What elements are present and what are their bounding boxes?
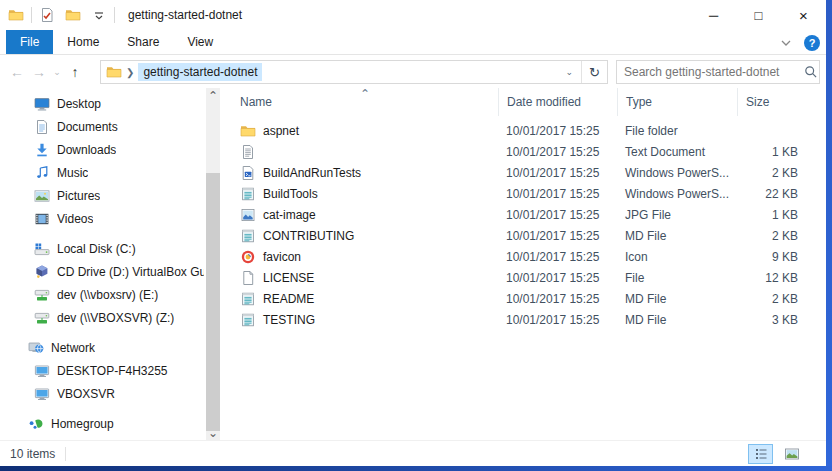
- file-size: 1 KB: [737, 145, 810, 159]
- notebook-icon: [240, 186, 256, 202]
- sidebar-item-dev-vboxsrv-e[interactable]: dev (\\vboxsrv) (E:): [0, 283, 204, 306]
- file-name: LICENSE: [263, 271, 314, 285]
- minimize-button[interactable]: ─: [691, 0, 736, 30]
- computer-icon: [34, 386, 50, 402]
- file-row-contributing[interactable]: CONTRIBUTING10/01/2017 15:25MD File2 KB: [230, 225, 826, 246]
- address-dropdown-chevron-icon[interactable]: ⌄: [557, 67, 581, 77]
- sidebar-item-music[interactable]: Music: [0, 161, 204, 184]
- file-size: 22 KB: [737, 187, 810, 201]
- titlebar-divider: [114, 7, 115, 23]
- up-button[interactable]: ↑: [64, 61, 86, 83]
- file-date-modified: 10/01/2017 15:25: [498, 292, 617, 306]
- properties-icon[interactable]: [39, 7, 55, 23]
- sidebar-scrollbar[interactable]: ⌃ ⌄: [206, 88, 220, 440]
- file-type: Windows PowerS...: [617, 187, 737, 201]
- file-size: 12 KB: [737, 271, 810, 285]
- file-type: Text Document: [617, 145, 737, 159]
- sidebar-item-network[interactable]: Network: [0, 336, 204, 359]
- new-folder-icon[interactable]: [65, 7, 81, 23]
- window-controls: ─ □ ×: [691, 0, 826, 30]
- file-name: README: [263, 292, 314, 306]
- sidebar-item-videos[interactable]: Videos: [0, 207, 204, 230]
- file-row-cat-image[interactable]: cat-image10/01/2017 15:25JPG File1 KB: [230, 204, 826, 225]
- sidebar-item-local-disk-c[interactable]: Local Disk (C:): [0, 237, 204, 260]
- search-icon[interactable]: [803, 64, 819, 80]
- breadcrumb-chevron-icon[interactable]: ❯: [126, 67, 134, 78]
- file-type: JPG File: [617, 208, 737, 222]
- scrollbar-thumb[interactable]: [206, 173, 220, 431]
- file-type: File folder: [617, 124, 737, 138]
- file-size: 2 KB: [737, 292, 810, 306]
- title-bar: getting-started-dotnet ─ □ ×: [0, 0, 826, 30]
- column-headers: ⌃ Name Date modified Type Size: [230, 88, 826, 116]
- sidebar-item-cd-drive-d-virtualbox-guest[interactable]: CD Drive (D:) VirtualBox Guest: [0, 260, 204, 283]
- sidebar-item-label: Music: [57, 166, 88, 180]
- file-row-testing[interactable]: TESTING10/01/2017 15:25MD File3 KB: [230, 309, 826, 330]
- details-view-icon: [753, 446, 769, 462]
- sidebar-item-documents[interactable]: Documents: [0, 115, 204, 138]
- address-bar[interactable]: ❯ getting-started-dotnet ⌄ ↻: [100, 60, 608, 84]
- column-header-size[interactable]: Size: [737, 88, 810, 116]
- network-drive-icon: [34, 287, 50, 303]
- music-icon: [34, 165, 50, 181]
- breadcrumb-current-folder[interactable]: getting-started-dotnet: [138, 63, 262, 81]
- column-header-type[interactable]: Type: [617, 88, 737, 116]
- sidebar-item-downloads[interactable]: Downloads: [0, 138, 204, 161]
- scroll-up-icon[interactable]: ⌃: [206, 88, 220, 103]
- file-size: 2 KB: [737, 229, 810, 243]
- favicon-icon: [240, 249, 256, 265]
- ps1-icon: [240, 165, 256, 181]
- file-row-license[interactable]: LICENSE10/01/2017 15:25File12 KB: [230, 267, 826, 288]
- jpg-icon: [240, 207, 256, 223]
- file-row-buildtools[interactable]: BuildTools10/01/2017 15:25Windows PowerS…: [230, 183, 826, 204]
- recent-locations-chevron-icon[interactable]: ⌄: [50, 61, 64, 83]
- desktop-edge-bottom: [0, 466, 832, 471]
- sidebar-item-pictures[interactable]: Pictures: [0, 184, 204, 207]
- close-button[interactable]: ×: [781, 0, 826, 30]
- desktop-edge-right: [826, 0, 832, 471]
- sidebar-item-desktop[interactable]: Desktop: [0, 92, 204, 115]
- maximize-button[interactable]: □: [736, 0, 781, 30]
- tab-view[interactable]: View: [173, 30, 227, 54]
- items-count: 10 items: [10, 447, 55, 461]
- status-divider: [65, 447, 66, 461]
- explorer-window: getting-started-dotnet ─ □ × FileHomeSha…: [0, 0, 832, 471]
- homegroup-icon: [28, 416, 44, 432]
- file-row[interactable]: 10/01/2017 15:25Text Document1 KB: [230, 141, 826, 162]
- tab-file[interactable]: File: [6, 30, 53, 54]
- sidebar-item-label: Homegroup: [51, 417, 114, 431]
- file-date-modified: 10/01/2017 15:25: [498, 145, 617, 159]
- file-date-modified: 10/01/2017 15:25: [498, 229, 617, 243]
- minimize-ribbon-chevron-icon[interactable]: [778, 35, 794, 51]
- desktop-icon: [34, 96, 50, 112]
- main-area: DesktopDocumentsDownloadsMusicPicturesVi…: [0, 88, 826, 440]
- sidebar-item-homegroup[interactable]: Homegroup: [0, 412, 204, 435]
- tab-share[interactable]: Share: [113, 30, 173, 54]
- refresh-icon[interactable]: ↻: [581, 61, 607, 83]
- navigation-bar: ← → ⌄ ↑ ❯ getting-started-dotnet ⌄ ↻: [0, 56, 826, 87]
- sidebar-item-vboxsvr[interactable]: VBOXSVR: [0, 382, 204, 405]
- computer-icon: [34, 363, 50, 379]
- sidebar-item-desktop-f4h3255[interactable]: DESKTOP-F4H3255: [0, 359, 204, 382]
- documents-icon: [34, 119, 50, 135]
- search-box[interactable]: [616, 60, 820, 84]
- column-header-date-modified[interactable]: Date modified: [498, 88, 617, 116]
- scroll-down-icon[interactable]: ⌄: [206, 425, 220, 440]
- thumbnails-view-button[interactable]: [779, 444, 804, 464]
- file-type: Windows PowerS...: [617, 166, 737, 180]
- help-icon[interactable]: ?: [804, 35, 820, 51]
- file-row-favicon[interactable]: favicon10/01/2017 15:25Icon9 KB: [230, 246, 826, 267]
- sidebar-item-dev-vboxsvr-z[interactable]: dev (\\VBOXSVR) (Z:): [0, 306, 204, 329]
- file-row-readme[interactable]: README10/01/2017 15:25MD File2 KB: [230, 288, 826, 309]
- search-input[interactable]: [624, 65, 803, 79]
- quick-access-toolbar: [39, 7, 107, 23]
- forward-button[interactable]: →: [28, 61, 50, 83]
- file-row-buildandruntests[interactable]: BuildAndRunTests10/01/2017 15:25Windows …: [230, 162, 826, 183]
- file-type: MD File: [617, 292, 737, 306]
- back-button[interactable]: ←: [6, 61, 28, 83]
- customize-qat-arrow-icon[interactable]: [91, 7, 107, 23]
- text-icon: [240, 144, 256, 160]
- details-view-button[interactable]: [748, 444, 773, 464]
- file-row-aspnet[interactable]: aspnet10/01/2017 15:25File folder: [230, 120, 826, 141]
- tab-home[interactable]: Home: [53, 30, 113, 54]
